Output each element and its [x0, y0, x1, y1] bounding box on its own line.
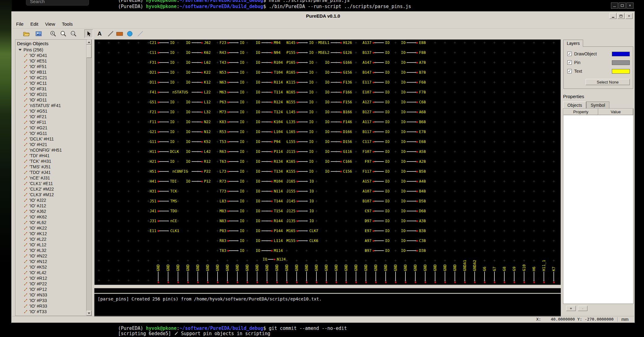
pin-vertical[interactable]: GND5 — [245, 253, 250, 285]
pin[interactable]: K155IOIOC156 — [282, 169, 352, 174]
pin[interactable]: T73IOION114 — [213, 189, 283, 194]
tree-item-pin[interactable]: 'IO' #K62 — [24, 214, 47, 220]
tree-item-pin[interactable]: 'IO' #G21 — [24, 125, 47, 131]
pin-vertical[interactable]: G61 — [482, 253, 487, 285]
terminal-maximize-button[interactable] — [619, 2, 626, 9]
pin[interactable]: M83IOIOT154 — [213, 209, 283, 214]
pin[interactable]: M155CLK6 — [282, 238, 320, 243]
tree-item-pin[interactable]: 'IO' #G11 — [24, 131, 47, 136]
pin-vertical[interactable]: G72 — [492, 253, 497, 285]
pin[interactable]: H21IOIOR12 — [143, 159, 211, 164]
pin-vertical[interactable]: GND3 — [344, 253, 349, 285]
pin[interactable]: D97IOIOA38 — [358, 218, 426, 223]
pin[interactable]: H51nCONFIGP22 — [143, 169, 211, 174]
pin[interactable]: E97IOIOB38 — [358, 228, 426, 233]
tree-item-pin[interactable]: 'IO' #L42 — [24, 270, 46, 275]
tree-item-pin[interactable]: 'IO' #L32 — [24, 248, 46, 253]
pin[interactable]: E11CLK1 — [143, 228, 180, 233]
pin[interactable]: K165IOIOC166 — [282, 159, 352, 164]
pin[interactable]: T63IOIOR134 — [213, 159, 283, 164]
tree-item-pin[interactable]: 'IO' #L12 — [24, 242, 46, 248]
tree-item-pin[interactable]: 'IO' #C21 — [24, 75, 47, 80]
scroll-up-button[interactable] — [87, 40, 91, 45]
add-property-button[interactable]: + — [566, 306, 576, 311]
terminal-minimize-button[interactable] — [611, 2, 618, 9]
tree-item-pin[interactable]: 'IO' #N33 — [24, 292, 47, 298]
tree-item-pin[interactable]: 'IO' #E51 — [24, 58, 47, 64]
tree-item-pin[interactable]: 'IO' #N12 — [24, 259, 47, 264]
pin[interactable]: G21IOION12 — [143, 129, 211, 134]
pin[interactable]: K83IOIOK104 — [213, 119, 283, 124]
tab-objects[interactable]: Objects — [563, 102, 586, 109]
tree-root-pins[interactable]: Pins (256) — [19, 47, 43, 53]
pin[interactable]: F23IOIOM94 — [213, 40, 281, 45]
text-tool-icon[interactable]: A — [95, 29, 104, 38]
layer-checkbox[interactable]: ✓ — [567, 60, 572, 65]
pin-vertical[interactable]: GND0 — [185, 253, 190, 285]
pin[interactable]: J155IO — [282, 189, 315, 194]
pin[interactable]: L135IOIOF146 — [282, 119, 352, 124]
menu-edit[interactable]: Edit — [27, 20, 42, 28]
tree-item-pin[interactable]: 'IO' #F51 — [24, 64, 47, 69]
pin-vertical[interactable]: GNDA22 — [472, 253, 477, 285]
pin[interactable]: F41nSTATUSL22 — [143, 90, 211, 95]
pin[interactable]: J145IO — [282, 199, 315, 204]
layer-checkbox[interactable]: ✓ — [567, 69, 572, 73]
pin-vertical[interactable]: GNDA14 — [462, 253, 467, 285]
tree-item-pin[interactable]: 'IO' #R33 — [24, 303, 47, 309]
tree-item-pin[interactable]: 'nCE' #J31 — [24, 175, 50, 181]
layer-checkbox[interactable]: ✓ — [567, 52, 572, 56]
pin-vertical[interactable]: GND5 — [452, 253, 457, 285]
pin-vertical[interactable]: G80 — [502, 253, 507, 285]
zoom-in-icon[interactable] — [49, 29, 57, 38]
column-header-property[interactable]: Property — [563, 109, 598, 115]
titlebar[interactable]: PureEDA v0.1.0 × — [12, 12, 634, 20]
tree-item-pin[interactable]: 'CLK1' #E11 — [24, 181, 53, 186]
pin[interactable]: C97IOIOD68 — [358, 209, 426, 214]
pin-vertical[interactable]: GND7 — [373, 253, 378, 285]
pin-vertical[interactable]: GND6 — [433, 253, 438, 285]
tree-item-pin[interactable]: 'CLK2' #M22 — [24, 186, 54, 192]
pin-vertical[interactable]: GND0 — [225, 253, 230, 285]
menu-file[interactable]: File — [13, 20, 27, 28]
polyline-tool-icon[interactable] — [136, 29, 145, 38]
pin-vertical[interactable]: GND3 — [363, 253, 368, 285]
zoom-fit-icon[interactable] — [59, 29, 68, 38]
pin-vertical[interactable]: GND1 — [393, 253, 398, 285]
tree-item-pin[interactable]: 'IO' #K52 — [24, 264, 47, 270]
tree-item-pin[interactable]: 'IO' #F11 — [24, 119, 46, 125]
pin[interactable]: P83IOIOP144 — [213, 228, 283, 233]
pin-vertical[interactable]: GND8 — [166, 253, 171, 285]
pin[interactable]: F107IOIOA58 — [358, 149, 426, 154]
pin[interactable]: L83IOIOT144 — [213, 199, 283, 204]
pin[interactable]: R63IOIOP114 — [213, 149, 283, 154]
pin[interactable]: J51TMS — [143, 199, 178, 204]
select-none-button[interactable]: Select None — [586, 79, 630, 85]
close-button[interactable]: × — [625, 13, 633, 19]
tree-item-pin[interactable]: 'IO' #J12 — [24, 203, 46, 209]
pin-vertical[interactable]: GND0 — [383, 253, 388, 285]
pin-vertical[interactable]: GND5 — [255, 253, 260, 285]
pin-vertical[interactable]: GND5 — [413, 253, 418, 285]
pin-vertical[interactable]: GND2 — [403, 253, 408, 285]
pin[interactable]: P155IOMSEL2G126 — [282, 50, 352, 55]
column-header-value[interactable]: Value — [598, 109, 633, 115]
pin[interactable]: F97IOIOA28 — [358, 159, 426, 164]
tree-item-pin[interactable]: 'TCK' #H31 — [24, 158, 51, 164]
pin[interactable]: J31nCE — [143, 218, 178, 223]
pin[interactable]: N63IOIOR114 — [213, 80, 283, 85]
pin[interactable]: C21IOIOJ62 — [143, 40, 211, 45]
pin-vertical[interactable]: GND7 — [195, 253, 200, 285]
pin-vertical[interactable]: G101 — [522, 253, 527, 285]
pin-vertical[interactable]: H11_11 — [541, 253, 546, 285]
design-objects-tree[interactable]: Pins (256)'IO' #D41'IO' #E51'IO' #F51'IO… — [15, 40, 86, 316]
pin[interactable]: R83IOIOL114 — [213, 238, 283, 243]
pin[interactable]: R73IOIOM104 — [213, 179, 283, 184]
pin[interactable]: ION124 — [263, 257, 286, 262]
pin-vertical[interactable]: GND7 — [156, 253, 161, 285]
pin[interactable]: B97IOIOD38 — [358, 248, 426, 253]
pin-vertical[interactable]: GND8 — [205, 253, 210, 285]
tree-item-pin[interactable]: 'IO' #D11 — [24, 97, 47, 103]
pin[interactable]: N83IOIOR144 — [213, 218, 283, 223]
import-image-icon[interactable] — [34, 29, 43, 38]
